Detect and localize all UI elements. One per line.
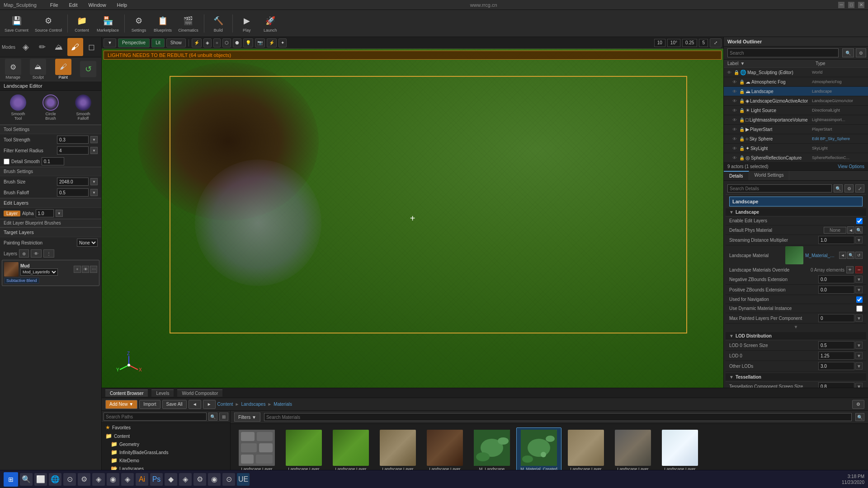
material-label[interactable]: M_Material_Created [805, 253, 837, 258]
outliner-row-sphere[interactable]: 👁 🔒 ◎ SphereReflectionCapture SphereRefl… [724, 153, 868, 163]
toolbar-settings[interactable]: ⚙ Settings [127, 13, 150, 34]
material-search-btn[interactable]: 🔍 [847, 252, 854, 259]
close-button[interactable]: ✕ [858, 2, 864, 8]
outliner-lock-sphere[interactable]: 🔒 [738, 154, 745, 161]
tree-geometry[interactable]: 📁 Geometry [102, 440, 230, 448]
lod0-screen-spin[interactable]: ▼ [855, 342, 863, 349]
layer-add-btn[interactable]: ⊕ [19, 249, 29, 258]
paint-active-tool-btn[interactable]: 🖌 Paint [55, 59, 71, 80]
neg-zbounds-spin[interactable]: ▼ [855, 276, 863, 283]
toolbar-cinematics[interactable]: 🎬 Cinematics [175, 13, 201, 34]
filter-search-btn[interactable]: 🔍 [855, 413, 864, 421]
view-options-link[interactable]: View Options [838, 164, 864, 169]
tess-screen-spin[interactable]: ▼ [855, 383, 863, 388]
detail-smooth-checkbox[interactable] [4, 159, 9, 164]
pos-zbounds-input[interactable] [818, 286, 854, 294]
layer-visibility-btn[interactable]: 👁 [31, 249, 42, 258]
other-lods-spin[interactable]: ▼ [855, 362, 863, 370]
outliner-row-landscape[interactable]: 👁 🔒 ⛰ Landscape Landscape [724, 87, 868, 96]
details-expand-btn[interactable]: ⤢ [855, 184, 864, 192]
mode-paint-btn[interactable]: ✏ [34, 38, 50, 56]
outliner-lock-fog[interactable]: 🔒 [738, 78, 745, 85]
tool-strength-spin[interactable]: ▼ [90, 136, 98, 143]
vp-mode-2[interactable]: ◈ [203, 38, 212, 47]
outliner-search-input[interactable] [727, 48, 839, 57]
outliner-lock-skylight[interactable]: 🔒 [738, 145, 745, 152]
outliner-eye-sky[interactable]: 👁 [731, 135, 738, 142]
outliner-eye-landscape[interactable]: 👁 [731, 88, 738, 95]
brush-falloff-input[interactable] [57, 188, 89, 197]
toolbar-launch[interactable]: 🚀 Launch [259, 13, 282, 34]
outliner-eye-sphere[interactable]: 👁 [731, 154, 738, 161]
lod0-spin[interactable]: ▼ [855, 352, 863, 359]
taskbar-misc7-icon[interactable]: ◉ [208, 473, 221, 486]
smooth-falloff-btn[interactable]: SmoothFalloff [75, 94, 91, 121]
save-all-btn[interactable]: Save All [162, 400, 187, 409]
content-sidebar-view-btn[interactable]: ⊞ [219, 413, 228, 421]
layer-options-btn[interactable]: ⋮ [43, 249, 54, 258]
vp-lit-btn[interactable]: Lit [151, 38, 165, 47]
toolbar-play[interactable]: ▶ Play [236, 13, 258, 34]
filter-kernel-spin[interactable]: ▼ [90, 147, 98, 154]
taskbar-misc6-icon[interactable]: ⚙ [193, 473, 206, 486]
outliner-eye-skylight[interactable]: 👁 [731, 145, 738, 152]
vp-mode-7[interactable]: 📷 [255, 38, 265, 47]
toolbar-build[interactable]: 🔨 Build [207, 13, 230, 34]
filter-kernel-input[interactable] [57, 146, 89, 155]
world-settings-tab[interactable]: World Settings [749, 171, 790, 180]
taskbar-misc8-icon[interactable]: ⊙ [222, 473, 235, 486]
taskbar-misc3-icon[interactable]: ◈ [121, 473, 134, 486]
tree-infinityblade[interactable]: 📁 InfinityBladeGrassLands [102, 448, 230, 456]
content-sidebar-search-btn[interactable]: 🔍 [208, 413, 217, 421]
tree-kitedemo[interactable]: 📁 KiteDemo [102, 456, 230, 465]
outliner-lock-map[interactable]: 🔒 [733, 69, 740, 76]
breadcrumb-materials[interactable]: Materials [274, 402, 292, 407]
import-btn[interactable]: Import [139, 400, 160, 409]
lod0-screen-input[interactable] [818, 341, 854, 349]
toolbar-content[interactable]: 📁 Content [71, 13, 93, 34]
toolbar-marketplace[interactable]: 🏪 Marketplace [94, 13, 122, 34]
taskbar-misc4-icon[interactable]: ◆ [165, 473, 177, 486]
minimize-button[interactable]: ─ [838, 2, 844, 8]
outliner-eye-gizmo[interactable]: 👁 [731, 97, 738, 104]
mode-sculpt-btn[interactable]: ⛰ [51, 38, 66, 56]
brush-falloff-spin[interactable]: ▼ [90, 189, 98, 196]
brush-size-spin[interactable]: ▼ [90, 178, 98, 185]
mode-foliage-btn[interactable]: ◻ [84, 38, 99, 56]
taskbar-misc5-icon[interactable]: ◈ [179, 473, 192, 486]
maximize-button[interactable]: □ [848, 2, 854, 8]
toolbar-source-control[interactable]: ⚙ Source Control [32, 13, 65, 34]
outliner-row-fog[interactable]: 👁 🔒 ☁ Atmospheric Fog AtmosphericFog [724, 77, 868, 87]
reset-btn[interactable]: ↺ [80, 61, 96, 77]
landscape-section-header[interactable]: ▼ Landscape [726, 208, 866, 216]
filters-btn[interactable]: Filters ▼ [234, 413, 260, 422]
vp-dropdown-btn[interactable]: ▼ [104, 38, 116, 47]
max-painted-input[interactable] [818, 314, 854, 322]
taskbar-chrome-icon[interactable]: ⊙ [63, 473, 76, 486]
levels-tab[interactable]: Levels [151, 389, 174, 397]
alpha-spin[interactable]: ▼ [56, 210, 63, 217]
materials-override-add-btn[interactable]: + [846, 266, 854, 273]
pos-zbounds-spin[interactable]: ▼ [855, 286, 863, 293]
outliner-eye-map[interactable]: 👁 [726, 69, 733, 76]
outliner-lock-landscape[interactable]: 🔒 [738, 88, 745, 95]
outliner-row-sky[interactable]: 👁 🔒 ○ Sky Sphere Edit BP_Sky_Sphere [724, 134, 868, 144]
vp-mode-6[interactable]: 💡 [243, 38, 253, 47]
menu-file[interactable]: File [48, 1, 60, 9]
menu-edit[interactable]: Edit [67, 1, 80, 9]
outliner-lock-lightmass[interactable]: 🔒 [738, 116, 745, 123]
vp-mode-1[interactable]: ⚡ [192, 38, 202, 47]
outliner-settings-btn[interactable]: ⚙ [856, 48, 866, 57]
navigation-checkbox[interactable] [856, 296, 863, 303]
taskbar-ue4-icon[interactable]: UE [237, 473, 250, 486]
details-filter-btn[interactable]: ⚙ [844, 184, 854, 192]
vp-mode-3[interactable]: ○ [213, 38, 221, 47]
outliner-row-light[interactable]: 👁 🔒 ☀ Light Source DirectionalLight [724, 106, 868, 115]
outliner-row-lightmass[interactable]: 👁 🔒 □ LightmassImportanceVolume Lightmas… [724, 115, 868, 125]
outliner-eye-fog[interactable]: 👁 [731, 78, 738, 85]
sculpt-btn[interactable]: ⛰ Sculpt [30, 59, 46, 80]
alpha-input[interactable] [36, 209, 54, 217]
tool-strength-input[interactable] [57, 136, 89, 144]
breadcrumb-content[interactable]: Content [217, 402, 233, 407]
details-name-input[interactable] [729, 197, 863, 206]
